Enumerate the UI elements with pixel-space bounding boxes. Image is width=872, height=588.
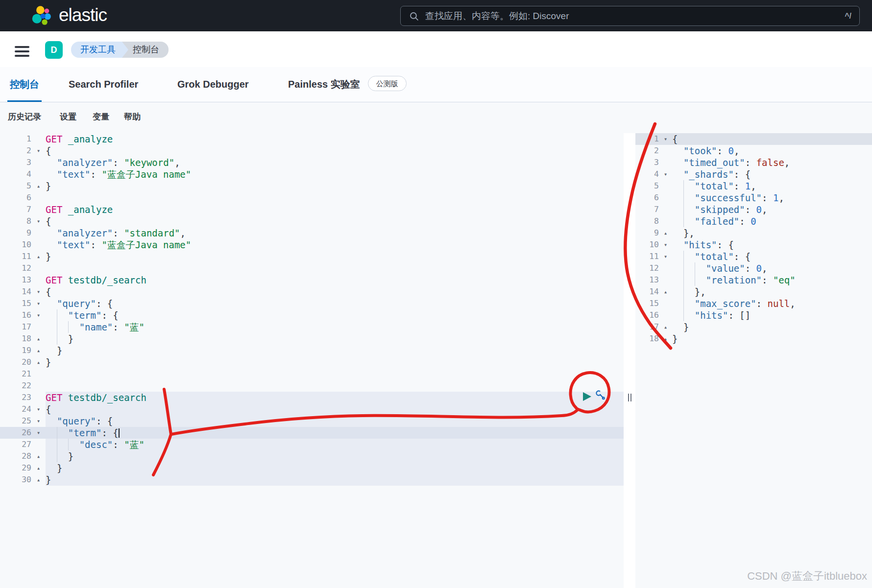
fold-arrow-icon[interactable]: ▴ [659, 227, 672, 239]
tab-painless[interactable]: Painless 实验室公测版 [288, 67, 407, 102]
tab-search-profiler[interactable]: Search Profiler [69, 67, 138, 102]
line-number: 22 [0, 380, 31, 392]
code-line[interactable]: 17▴ } [635, 321, 872, 333]
code-line[interactable]: 17 "name": "蓝" [0, 321, 624, 333]
code-line[interactable]: 26▾ "term": { [0, 427, 624, 439]
line-number: 8 [635, 215, 659, 227]
fold-arrow-icon[interactable]: ▴ [31, 474, 46, 486]
fold-arrow-icon[interactable]: ▾ [659, 133, 672, 145]
fold-arrow-icon[interactable]: ▾ [31, 403, 46, 415]
fold-arrow-icon[interactable]: ▴ [31, 345, 46, 356]
line-number: 23 [0, 392, 31, 403]
code-line[interactable]: 8 "failed": 0 [635, 215, 872, 227]
fold-arrow-icon[interactable]: ▴ [31, 450, 46, 462]
fold-arrow-icon[interactable]: ▾ [31, 145, 46, 157]
code-line[interactable]: 12 "value": 0, [635, 262, 872, 274]
code-line[interactable]: 10▾ "hits": { [635, 239, 872, 251]
code-line[interactable]: 25▾ "query": { [0, 415, 624, 427]
code-line[interactable]: 3 "timed_out": false, [635, 157, 872, 168]
code-line[interactable]: 14▾{ [0, 286, 624, 298]
fold-arrow-icon[interactable]: ▾ [31, 309, 46, 321]
fold-arrow-icon[interactable]: ▴ [659, 286, 672, 298]
code-line[interactable]: 2▾{ [0, 145, 624, 157]
fold-arrow-icon[interactable]: ▴ [31, 356, 46, 368]
code-line[interactable]: 30▴} [0, 474, 624, 486]
code-line[interactable]: 4 "text": "蓝盒子Java name" [0, 168, 624, 180]
breadcrumb-dev-tools[interactable]: 开发工具 [71, 42, 128, 58]
console-menu-item-2[interactable]: 变量 [93, 102, 109, 133]
code-line[interactable]: 2 "took": 0, [635, 145, 872, 157]
wrench-icon[interactable] [594, 389, 606, 401]
fold-arrow-icon[interactable]: ▾ [659, 168, 672, 180]
code-line[interactable]: 14▴ }, [635, 286, 872, 298]
code-line[interactable]: 1▾{ [635, 133, 872, 145]
code-line[interactable]: 9▴ }, [635, 227, 872, 239]
code-line[interactable]: 11▾ "total": { [635, 251, 872, 262]
tab-grok-debugger[interactable]: Grok Debugger [177, 67, 249, 102]
code-line[interactable]: 15 "max_score": null, [635, 298, 872, 309]
console-menu-item-0[interactable]: 历史记录 [8, 102, 41, 133]
code-line[interactable]: 19▴ } [0, 345, 624, 356]
response-viewer[interactable]: 1▾{2 "took": 0,3 "timed_out": false,4▾ "… [635, 133, 872, 588]
code-line[interactable]: 11▴} [0, 251, 624, 262]
code-line[interactable]: 15▾ "query": { [0, 298, 624, 309]
code-line[interactable]: 28▴ } [0, 450, 624, 462]
code-line[interactable]: 23GET testdb/_search [0, 392, 624, 403]
indent-guide [57, 321, 57, 333]
code-text: "text": "蓝盒子Java name" [46, 168, 624, 180]
code-text: "query": { [46, 415, 624, 427]
code-line[interactable]: 13 "relation": "eq" [635, 274, 872, 286]
code-line[interactable]: 18▴ } [0, 333, 624, 345]
code-text: } [46, 345, 624, 356]
fold-arrow-icon[interactable]: ▴ [31, 462, 46, 474]
code-line[interactable]: 10 "text": "蓝盒子Java name" [0, 239, 624, 251]
fold-arrow-icon[interactable]: ▾ [659, 239, 672, 251]
fold-arrow-icon[interactable]: ▴ [31, 251, 46, 262]
code-line[interactable]: 5 "total": 1, [635, 180, 872, 192]
fold-arrow-icon[interactable]: ▾ [31, 286, 46, 298]
search-input[interactable] [401, 6, 859, 25]
pane-resize-handle[interactable] [624, 133, 635, 588]
code-line[interactable]: 7 "skipped": 0, [635, 204, 872, 215]
code-line[interactable]: 4▾ "_shards": { [635, 168, 872, 180]
code-line[interactable]: 16 "hits": [] [635, 309, 872, 321]
code-line[interactable]: 1GET _analyze [0, 133, 624, 145]
fold-arrow-icon[interactable]: ▴ [659, 333, 672, 345]
console-menu-item-1[interactable]: 设置 [60, 102, 76, 133]
console-menu-item-3[interactable]: 帮助 [124, 102, 141, 133]
fold-arrow-icon[interactable]: ▾ [31, 427, 46, 439]
fold-arrow-icon[interactable]: ▴ [31, 333, 46, 345]
indent-guide [683, 192, 684, 204]
code-line[interactable]: 16▾ "term": { [0, 309, 624, 321]
code-line[interactable]: 5▴} [0, 180, 624, 192]
code-line[interactable]: 27 "desc": "蓝" [0, 439, 624, 450]
code-line[interactable]: 12 [0, 262, 624, 274]
fold-arrow-icon[interactable]: ▾ [31, 215, 46, 227]
send-request-icon[interactable] [583, 392, 591, 401]
code-line[interactable]: 8▾{ [0, 215, 624, 227]
tab-console[interactable]: 控制台 [10, 67, 39, 102]
code-line[interactable]: 6 [0, 192, 624, 204]
code-line[interactable]: 29▴ } [0, 462, 624, 474]
fold-arrow-icon[interactable]: ▴ [31, 180, 46, 192]
fold-arrow-icon[interactable]: ▾ [31, 298, 46, 309]
code-line[interactable]: 13GET testdb/_search [0, 274, 624, 286]
code-line[interactable]: 7GET _analyze [0, 204, 624, 215]
code-line[interactable]: 21 [0, 368, 624, 380]
code-line[interactable]: 24▾{ [0, 403, 624, 415]
fold-arrow-icon[interactable]: ▾ [659, 251, 672, 262]
code-line[interactable]: 22 [0, 380, 624, 392]
code-line[interactable]: 3 "analyzer": "keyword", [0, 157, 624, 168]
line-number: 18 [0, 333, 31, 345]
code-text: }, [672, 227, 872, 239]
menu-icon[interactable] [15, 46, 29, 57]
fold-arrow-icon[interactable]: ▴ [659, 321, 672, 333]
line-number: 27 [0, 439, 31, 450]
request-editor[interactable]: 1GET _analyze2▾{3 "analyzer": "keyword",… [0, 133, 624, 588]
code-line[interactable]: 6 "successful": 1, [635, 192, 872, 204]
code-line[interactable]: 20▴} [0, 356, 624, 368]
space-avatar[interactable]: D [45, 41, 63, 59]
fold-arrow-icon[interactable]: ▾ [31, 415, 46, 427]
code-line[interactable]: 18▴} [635, 333, 872, 345]
code-line[interactable]: 9 "analyzer": "standard", [0, 227, 624, 239]
